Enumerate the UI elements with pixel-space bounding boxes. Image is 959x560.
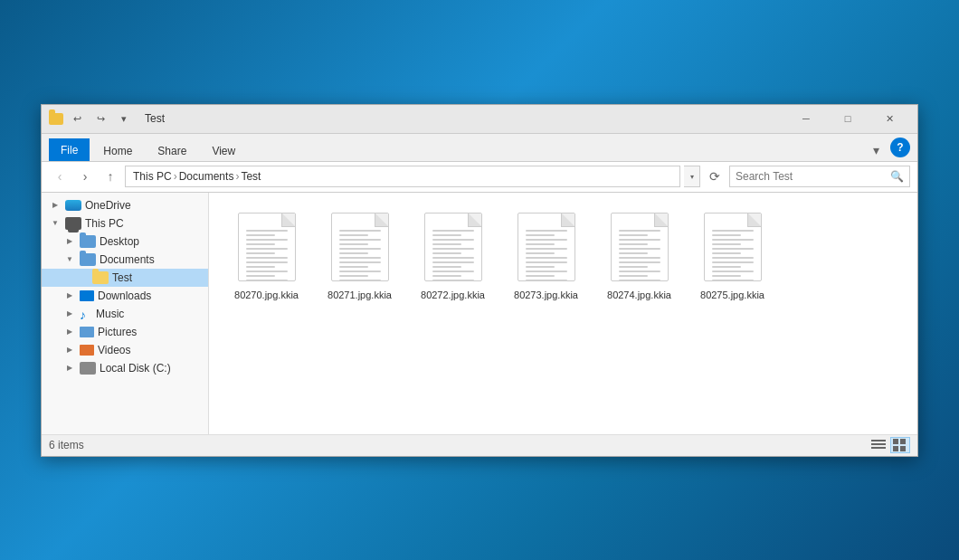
ribbon-expand-button[interactable]: ▾ (865, 139, 887, 161)
help-button[interactable]: ? (890, 138, 910, 157)
file-item[interactable]: 80273.jpg.kkia (503, 207, 589, 307)
sidebar-item-onedrive[interactable]: ▶ OneDrive (42, 196, 208, 214)
qat-redo-button[interactable]: ↪ (90, 109, 110, 128)
file-item[interactable]: 80271.jpg.kkia (317, 207, 403, 307)
downloads-folder-icon (80, 290, 94, 301)
svg-rect-2 (871, 447, 886, 449)
sidebar-label-documents: Documents (100, 253, 201, 266)
file-line (712, 252, 741, 254)
file-line (619, 239, 660, 241)
file-line (526, 271, 567, 272)
expand-icon-localdisk: ▶ (63, 362, 76, 375)
sidebar-item-localdisk[interactable]: ▶ Local Disk (C:) (42, 359, 208, 377)
tab-share[interactable]: Share (146, 140, 198, 161)
file-line (246, 252, 275, 254)
file-name: 80274.jpg.kkia (607, 289, 671, 301)
file-line (339, 230, 381, 232)
explorer-window: ↩ ↪ ▾ Test ─ □ ✕ File Home Share View ▾ … (41, 104, 918, 457)
file-line (432, 280, 474, 281)
sidebar-label-test: Test (112, 271, 201, 284)
icon-view-button[interactable] (890, 437, 910, 453)
path-test[interactable]: Test (241, 170, 261, 183)
address-bar: ‹ › ↑ This PC › Documents › Test ▾ ⟳ 🔍 (42, 162, 917, 193)
path-thispc[interactable]: This PC (133, 170, 172, 183)
file-line (526, 248, 567, 250)
list-view-icon (871, 439, 886, 451)
back-button[interactable]: ‹ (49, 166, 71, 187)
sidebar-item-pictures[interactable]: ▶ Pictures (42, 323, 208, 341)
file-icon-body (238, 213, 296, 281)
svg-rect-4 (900, 439, 906, 444)
sidebar-item-desktop[interactable]: ▶ Desktop (42, 233, 208, 251)
file-icon (422, 213, 485, 285)
file-name: 80271.jpg.kkia (328, 289, 392, 301)
file-line (246, 239, 288, 241)
file-line (339, 243, 368, 245)
sidebar-label-music: Music (96, 308, 201, 320)
sidebar-item-downloads[interactable]: ▶ Downloads (42, 287, 208, 305)
expand-icon-onedrive: ▶ (49, 199, 62, 212)
file-lines (619, 230, 660, 281)
refresh-button[interactable]: ⟳ (704, 166, 726, 187)
file-line (526, 266, 555, 268)
file-line (339, 234, 368, 236)
path-sep-1: › (174, 170, 177, 183)
close-button[interactable]: ✕ (869, 104, 910, 133)
file-line (432, 239, 474, 241)
minimize-button[interactable]: ─ (785, 104, 827, 133)
documents-folder-icon (80, 253, 96, 266)
file-line (712, 239, 754, 241)
tab-view[interactable]: View (200, 140, 247, 161)
file-line (246, 243, 275, 245)
qat-dropdown-button[interactable]: ▾ (114, 109, 134, 128)
file-line (712, 234, 741, 236)
file-lines (432, 230, 474, 281)
file-item[interactable]: 80272.jpg.kkia (410, 207, 496, 307)
sidebar-item-documents[interactable]: ▼ Documents (42, 251, 208, 269)
sidebar-item-test[interactable]: ▶ Test (42, 269, 208, 287)
svg-rect-1 (871, 443, 886, 445)
file-line (619, 234, 648, 236)
up-button[interactable]: ↑ (100, 166, 121, 187)
sidebar-item-thispc[interactable]: ▼ This PC (42, 214, 208, 233)
file-line (526, 275, 555, 277)
tab-file[interactable]: File (49, 138, 90, 161)
tab-home[interactable]: Home (91, 140, 144, 161)
search-input[interactable] (736, 170, 890, 183)
file-icon (608, 213, 671, 285)
file-line (712, 275, 741, 277)
sidebar-label-desktop: Desktop (100, 235, 201, 248)
file-item[interactable]: 80275.jpg.kkia (689, 207, 775, 307)
file-line (432, 257, 474, 259)
main-content: ▶ OneDrive ▼ This PC ▶ Desktop ▼ Documen… (42, 193, 917, 434)
qat-undo-button[interactable]: ↩ (67, 109, 87, 128)
list-view-button[interactable] (869, 437, 888, 453)
expand-icon-videos: ▶ (63, 344, 76, 356)
search-icon[interactable]: 🔍 (890, 170, 904, 183)
forward-button[interactable]: › (74, 166, 96, 187)
sidebar-label-pictures: Pictures (98, 326, 201, 338)
ribbon: File Home Share View ▾ ? (42, 134, 917, 162)
file-name: 80273.jpg.kkia (514, 289, 578, 301)
file-line (712, 266, 741, 268)
file-line (619, 248, 660, 250)
file-name: 80275.jpg.kkia (700, 289, 764, 301)
status-bar: 6 items (42, 434, 917, 456)
file-line (339, 271, 381, 272)
file-line (526, 280, 567, 281)
file-line (432, 271, 474, 272)
address-dropdown-button[interactable]: ▾ (684, 166, 700, 187)
file-icon-body (331, 213, 389, 281)
maximize-button[interactable]: □ (827, 104, 869, 133)
sidebar-item-videos[interactable]: ▶ Videos (42, 341, 208, 359)
sidebar-item-music[interactable]: ▶ ♪ Music (42, 305, 208, 323)
file-item[interactable]: 80274.jpg.kkia (596, 207, 682, 307)
path-documents[interactable]: Documents (179, 170, 234, 183)
address-path[interactable]: This PC › Documents › Test (125, 166, 680, 187)
file-line (712, 243, 741, 245)
file-line (712, 230, 754, 232)
file-line (339, 261, 381, 263)
file-name: 80272.jpg.kkia (421, 289, 485, 301)
file-icon-body (424, 213, 482, 281)
file-item[interactable]: 80270.jpg.kkia (223, 207, 309, 307)
